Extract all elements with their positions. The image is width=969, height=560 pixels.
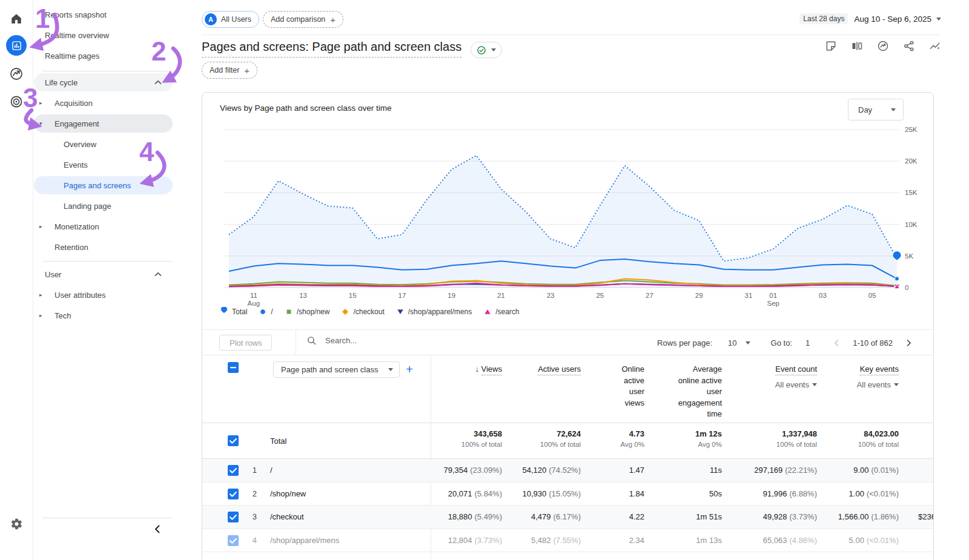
legend-label: Total (232, 308, 247, 316)
report-nav: Reports snapshotRealtime overviewRealtim… (33, 0, 182, 560)
plus-icon: + (330, 15, 336, 24)
legend-item: Total (220, 307, 247, 316)
sidebar-item-label: Acquisition (34, 99, 93, 108)
advertising-icon[interactable] (0, 94, 33, 109)
collapse-sidebar-icon[interactable] (153, 524, 162, 536)
row-checkbox[interactable] (228, 535, 239, 546)
next-page-icon[interactable] (902, 339, 915, 347)
sidebar-item-engagement[interactable]: ▾Engagement (34, 114, 173, 133)
column-header-average-online-active-user-engagement-time[interactable]: Averageonline activeuserengagementtime (678, 364, 722, 420)
sidebar-item-reports-snapshot[interactable]: Reports snapshot (34, 5, 173, 24)
sidebar-item-label: Reports snapshot (34, 10, 107, 19)
sidebar-item-acquisition[interactable]: ▸Acquisition (34, 94, 173, 112)
column-header-event-count[interactable]: Event countAll events (775, 364, 817, 390)
sidebar-item-user-attributes[interactable]: ▸User attributes (34, 286, 173, 304)
sidebar-item-realtime-overview[interactable]: Realtime overview (34, 26, 173, 44)
legend-label: /search (495, 308, 519, 316)
column-header-active-users[interactable]: Active users (538, 364, 581, 375)
triangle-down-icon (396, 307, 405, 316)
total-cell: 1,337,948100% of total (776, 423, 817, 448)
add-column-icon[interactable]: + (406, 363, 413, 375)
svg-text:11: 11 (250, 292, 257, 299)
dimension-select[interactable]: Page path and screen class (273, 361, 400, 378)
row-checkbox[interactable] (228, 465, 239, 476)
goto-value[interactable]: 1 (805, 338, 810, 348)
sidebar-item-realtime-pages[interactable]: Realtime pages (34, 47, 173, 65)
sidebar-item-label: Realtime overview (34, 31, 109, 40)
nav-divider (42, 518, 173, 518)
nav-divider (42, 71, 173, 71)
chevron-up-icon[interactable] (154, 272, 162, 277)
row-index: 1 (245, 459, 257, 482)
table-toolbar: Plot rows Rows per page: 10 Go to: 1 1-1… (202, 329, 933, 355)
svg-text:01: 01 (769, 292, 777, 299)
column-header-views[interactable]: ↓ Views (475, 364, 502, 375)
column-header-online-active-user-views[interactable]: Onlineactiveuserviews (621, 364, 644, 409)
granularity-select[interactable]: Day (848, 99, 904, 120)
metric-cell: 54,120(74.52%) (522, 459, 581, 482)
date-range-value: Aug 10 - Sep 6, 2025 (854, 15, 941, 24)
sidebar-item-user[interactable]: User (34, 265, 173, 283)
sidebar-item-monetization[interactable]: ▸Monetization (34, 217, 173, 236)
legend-item: /shop/apparel/mens (396, 307, 472, 316)
sidebar-item-life-cycle[interactable]: Life cycle (34, 73, 173, 91)
plot-rows-button[interactable]: Plot rows (219, 335, 272, 351)
chevron-down-icon[interactable] (894, 383, 899, 386)
explore-icon[interactable] (0, 67, 33, 81)
row-checkbox[interactable] (228, 489, 239, 499)
total-cell: 72,624100% of total (540, 423, 581, 448)
home-icon[interactable] (0, 12, 33, 25)
total-cell: 1m 12sAvg 0% (695, 423, 722, 448)
svg-text:Aug: Aug (248, 300, 260, 307)
metric-cell: 50s (709, 483, 722, 506)
prev-page-icon[interactable] (830, 339, 843, 347)
total-cell: 4.73Avg 0% (621, 423, 644, 448)
table-total-row: Total 343,658100% of total72,624100% of … (202, 423, 933, 459)
sidebar-item-landing-page[interactable]: Landing page (34, 197, 173, 215)
row-checkbox[interactable] (228, 512, 239, 522)
sidebar-item-label: Realtime pages (34, 51, 99, 61)
total-row-checkbox[interactable] (228, 435, 239, 446)
share-icon[interactable] (903, 40, 915, 52)
audience-chip[interactable]: A All Users (202, 11, 259, 28)
page-title[interactable]: Pages and screens: Page path and screen … (202, 40, 461, 58)
chevron-up-icon[interactable] (154, 80, 162, 85)
add-comparison-label: Add comparison (271, 15, 325, 24)
sidebar-item-retention[interactable]: Retention (34, 238, 173, 256)
svg-text:20K: 20K (905, 157, 918, 165)
sort-desc-icon: ↓ (475, 364, 481, 374)
sidebar-item-pages-and-screens[interactable]: Pages and screens (34, 176, 173, 194)
rows-per-page-value[interactable]: 10 (728, 338, 736, 348)
sidebar-item-label: Life cycle (34, 78, 78, 87)
ab-compare-icon[interactable] (851, 40, 863, 52)
metric-cell: 11s (710, 459, 722, 482)
note-icon[interactable] (825, 40, 837, 52)
add-comparison-button[interactable]: Add comparison + (263, 11, 343, 28)
sidebar-item-overview[interactable]: Overview (34, 135, 173, 153)
metric-cell: 49,928(3.73%) (763, 506, 817, 529)
add-filter-button[interactable]: Add filter + (202, 62, 257, 79)
date-range-picker[interactable]: Last 28 days Aug 10 - Sep 6, 2025 (799, 13, 941, 24)
metric-cell: 5,482(7.55%) (531, 529, 581, 552)
insights-icon[interactable] (929, 40, 941, 52)
sidebar-item-events[interactable]: Events (34, 156, 173, 174)
reports-icon[interactable] (6, 35, 27, 56)
svg-text:10K: 10K (905, 221, 918, 228)
svg-text:15: 15 (349, 292, 357, 299)
chevron-down-icon[interactable] (812, 383, 817, 386)
row-page-path: /shop/apparel/mens (270, 529, 339, 552)
chevron-down-icon[interactable] (746, 341, 750, 344)
settings-gear-icon[interactable] (0, 518, 33, 530)
metric-cell: 2.34 (629, 529, 644, 552)
report-status-badge[interactable] (471, 42, 502, 58)
column-header-key-events[interactable]: Key eventsAll events (857, 364, 899, 390)
explore-circle-icon[interactable] (877, 40, 889, 52)
metric-cell: 20,071(5.84%) (448, 483, 502, 506)
triangle-right-icon: ▸ (39, 100, 42, 106)
select-all-checkbox[interactable] (228, 362, 239, 373)
total-cell: 343,658100% of total (461, 423, 502, 448)
metric-cell: 91,996(6.88%) (763, 483, 817, 506)
search-input[interactable] (324, 335, 508, 346)
search-icon (306, 335, 317, 346)
sidebar-item-tech[interactable]: ▸Tech (34, 306, 173, 324)
